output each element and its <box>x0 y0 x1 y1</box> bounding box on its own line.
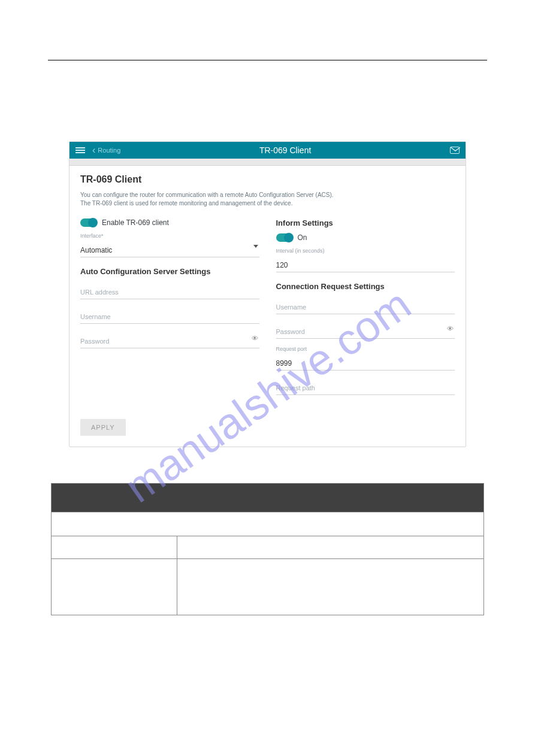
inform-on-toggle[interactable] <box>276 233 293 242</box>
request-port-value: 8999 <box>276 359 292 368</box>
eye-icon[interactable]: 👁 <box>252 335 258 342</box>
page-description: You can configure the router for communi… <box>80 191 455 208</box>
table-cell <box>177 559 484 615</box>
back-link[interactable]: Routing <box>92 147 120 154</box>
app-header-title: TR-069 Client <box>120 145 450 155</box>
acs-url-field[interactable]: URL address <box>80 282 259 299</box>
left-column: Enable TR-069 client Interface* Automati… <box>80 218 259 402</box>
acs-username-field[interactable]: Username <box>80 306 259 324</box>
inform-section-title: Inform Settings <box>276 218 455 227</box>
acs-username-placeholder: Username <box>80 313 111 320</box>
enable-client-toggle[interactable] <box>80 218 97 227</box>
interval-value: 120 <box>276 261 288 269</box>
app-header: Routing TR-069 Client <box>69 142 466 159</box>
right-column: Inform Settings On Interval (in seconds)… <box>276 218 455 402</box>
interval-label: Interval (in seconds) <box>276 248 455 254</box>
cr-password-placeholder: Password <box>276 328 305 335</box>
request-port-label: Request port <box>276 346 455 352</box>
eye-icon[interactable]: 👁 <box>447 325 454 332</box>
chevron-down-icon <box>253 245 258 248</box>
sub-header-bar <box>69 159 466 166</box>
table-group-row <box>52 512 484 536</box>
mail-icon[interactable] <box>450 147 460 154</box>
cr-section-title: Connection Request Settings <box>276 282 455 291</box>
page-rule <box>48 60 487 60</box>
request-port-field[interactable]: 8999 <box>276 353 455 371</box>
interface-value: Automatic <box>80 246 112 254</box>
cr-password-field[interactable]: Password 👁 <box>276 321 455 339</box>
screenshot-frame: Routing TR-069 Client TR-069 Client You … <box>69 141 466 447</box>
acs-url-placeholder: URL address <box>80 289 119 296</box>
enable-client-label: Enable TR-069 client <box>102 218 169 227</box>
hamburger-icon[interactable] <box>75 146 85 154</box>
request-path-field[interactable]: Request path <box>276 378 455 395</box>
apply-button[interactable]: APPLY <box>80 419 126 436</box>
inform-on-label: On <box>298 233 307 242</box>
interface-dropdown[interactable]: Automatic <box>80 240 259 257</box>
desc-line-2: The TR-069 client is used for remote mon… <box>80 200 292 207</box>
desc-line-1: You can configure the router for communi… <box>80 192 334 198</box>
request-path-placeholder: Request path <box>276 384 315 391</box>
cr-username-field[interactable]: Username <box>276 297 455 314</box>
acs-password-field[interactable]: Password 👁 <box>80 331 259 348</box>
table-header-row <box>52 484 484 512</box>
table-cell <box>52 536 177 559</box>
back-label: Routing <box>98 147 120 154</box>
table-cell <box>52 559 177 615</box>
parameters-table <box>51 483 484 615</box>
acs-section-title: Auto Configuration Server Settings <box>80 267 259 276</box>
content-area: TR-069 Client You can configure the rout… <box>69 166 466 447</box>
page-title: TR-069 Client <box>80 174 455 185</box>
interface-label: Interface* <box>80 233 259 239</box>
interval-field[interactable]: 120 <box>276 255 455 272</box>
table-cell <box>177 536 484 559</box>
cr-username-placeholder: Username <box>276 303 307 311</box>
acs-password-placeholder: Password <box>80 338 109 345</box>
